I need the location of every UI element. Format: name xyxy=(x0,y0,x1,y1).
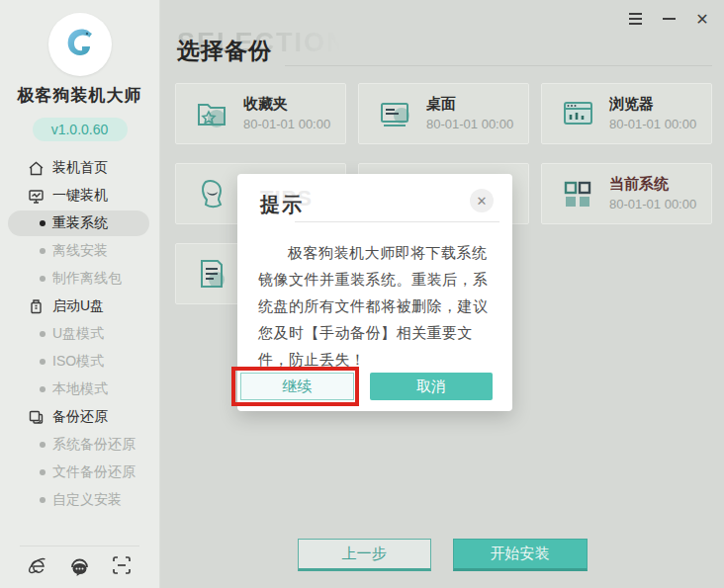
card-timestamp: 80-01-01 00:00 xyxy=(609,196,696,213)
card-label: 浏览器 xyxy=(609,94,696,114)
sidebar-item-label: 备份还原 xyxy=(52,408,108,426)
sidebar-item-label: 文件备份还原 xyxy=(52,463,136,481)
sidebar-item-backup-restore[interactable]: 备份还原 xyxy=(0,403,159,431)
sidebar-item-system-backup-restore[interactable]: 系统备份还原 xyxy=(0,431,159,459)
home-icon xyxy=(28,160,45,177)
card-timestamp: 80-01-01 00:00 xyxy=(426,116,513,133)
sidebar-item-label: U盘模式 xyxy=(52,325,104,343)
page-title: 选择备份 xyxy=(177,36,272,66)
sidebar-item-file-backup-restore[interactable]: 文件备份还原 xyxy=(0,459,159,486)
grid-icon xyxy=(558,174,597,213)
sidebar-item-home[interactable]: 装机首页 xyxy=(0,154,159,182)
version-badge: v1.0.0.60 xyxy=(33,118,128,141)
sidebar-item-label: 本地模式 xyxy=(52,380,108,398)
card-label: 当前系统 xyxy=(609,174,696,194)
app-name: 极客狗装机大师 xyxy=(0,84,159,107)
sidebar-item-custom-install[interactable]: 自定义安装 xyxy=(0,486,159,514)
window-controls: ✕ xyxy=(623,8,714,30)
face-icon xyxy=(192,174,231,213)
sidebar-menu: 装机首页 一键装机 重装系统 离线安装 制作离线 xyxy=(0,154,159,514)
backup-card-desktop[interactable]: 桌面 80-01-01 00:00 xyxy=(358,83,529,144)
backup-card-favorites[interactable]: 收藏夹 80-01-01 00:00 xyxy=(175,83,346,144)
sidebar-item-label: 系统备份还原 xyxy=(52,436,136,454)
main-content: ✕ SELECTION 选择备份 收藏夹 80-01-01 00:00 xyxy=(160,0,724,588)
window-menu-button[interactable] xyxy=(623,8,647,30)
start-install-button[interactable]: 开始安装 xyxy=(453,539,588,571)
restore-icon xyxy=(28,409,45,426)
desktop-icon xyxy=(375,94,414,133)
sidebar-item-label: 自定义安装 xyxy=(52,491,122,509)
sidebar-item-reinstall-system[interactable]: 重装系统 xyxy=(0,210,159,237)
wizard-footer: 上一步 开始安装 xyxy=(160,539,724,571)
dialog-close-icon[interactable]: ✕ xyxy=(470,189,494,212)
dialog-title-divider xyxy=(295,221,499,222)
dialog-title: 提示 xyxy=(260,192,304,218)
card-label: 桌面 xyxy=(426,94,513,114)
folder-star-icon xyxy=(192,94,231,133)
window-minimize-button[interactable] xyxy=(657,8,680,30)
sidebar-item-label: 装机首页 xyxy=(52,159,108,177)
dialog-message: 极客狗装机大师即将下载系统镜像文件并重装系统。重装后，系统盘的所有文件都将被删除… xyxy=(258,239,495,373)
card-timestamp: 80-01-01 00:00 xyxy=(609,116,696,133)
browser-icon xyxy=(558,94,597,133)
sidebar-item-label: 离线安装 xyxy=(52,242,108,260)
sidebar-item-local-mode[interactable]: 本地模式 xyxy=(0,376,159,403)
sidebar-item-iso-mode[interactable]: ISO模式 xyxy=(0,348,159,376)
app-logo-icon xyxy=(48,13,112,76)
sidebar-item-label: 一键装机 xyxy=(52,187,108,205)
sidebar-item-label: 制作离线包 xyxy=(52,270,122,288)
usb-icon xyxy=(28,298,45,315)
card-label: 收藏夹 xyxy=(243,94,330,114)
header-divider xyxy=(285,65,712,66)
cancel-button[interactable]: 取消 xyxy=(370,373,493,400)
sidebar-item-boot-usb[interactable]: 启动U盘 xyxy=(0,293,159,320)
sidebar-item-make-offline-pack[interactable]: 制作离线包 xyxy=(0,265,159,293)
sidebar-item-label: 重装系统 xyxy=(52,214,108,232)
app-window: 极客狗装机大师 v1.0.0.60 装机首页 xyxy=(0,0,724,588)
support-headset-icon[interactable] xyxy=(68,553,92,577)
sidebar-item-label: 启动U盘 xyxy=(52,297,104,315)
backup-card-browser[interactable]: 浏览器 80-01-01 00:00 xyxy=(541,83,712,144)
tips-dialog: TIPS 提示 ✕ 极客狗装机大师即将下载系统镜像文件并重装系统。重装后，系统盘… xyxy=(237,174,512,411)
sidebar-footer xyxy=(0,553,159,577)
monitor-icon xyxy=(28,188,45,205)
sidebar-item-offline-install[interactable]: 离线安装 xyxy=(0,237,159,265)
app-logo xyxy=(0,0,159,76)
sidebar-item-label: ISO模式 xyxy=(52,353,104,371)
card-timestamp: 80-01-01 00:00 xyxy=(243,116,330,133)
ie-browser-icon[interactable] xyxy=(26,553,49,577)
window-close-button[interactable]: ✕ xyxy=(690,8,714,30)
sidebar-footer-divider xyxy=(20,546,139,546)
continue-button[interactable]: 继续 xyxy=(240,373,354,400)
document-icon xyxy=(192,254,231,294)
scan-icon[interactable] xyxy=(110,553,134,577)
sidebar-item-usb-mode[interactable]: U盘模式 xyxy=(0,320,159,348)
previous-step-button[interactable]: 上一步 xyxy=(298,539,431,571)
backup-card-current-system[interactable]: 当前系统 80-01-01 00:00 xyxy=(541,163,712,224)
sidebar: 极客狗装机大师 v1.0.0.60 装机首页 xyxy=(0,0,160,588)
sidebar-item-one-key-install[interactable]: 一键装机 xyxy=(0,182,159,210)
